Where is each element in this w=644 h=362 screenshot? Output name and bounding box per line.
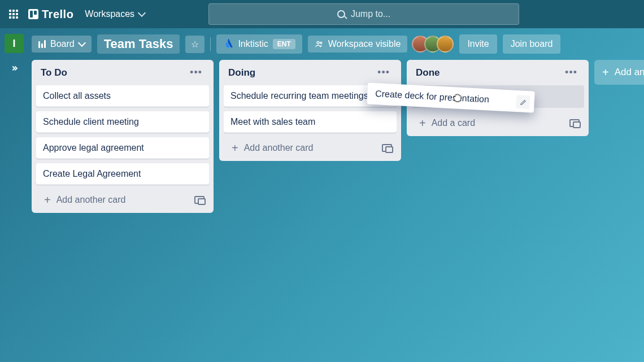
list-title[interactable]: To Do [41, 67, 67, 78]
expand-sidebar-button[interactable] [7, 61, 21, 76]
join-board-button[interactable]: Join board [503, 34, 561, 54]
card[interactable]: Schedule client meeting [36, 111, 209, 133]
card[interactable]: Approve legal agreement [36, 137, 209, 159]
chevron-down-icon [78, 39, 86, 47]
add-card-button[interactable]: + Add another card [228, 141, 316, 155]
workspaces-menu[interactable]: Workspaces [79, 6, 150, 23]
people-icon [315, 40, 324, 49]
search-placeholder: Jump to... [351, 9, 390, 19]
list-title[interactable]: Doing [228, 67, 255, 78]
pencil-icon [516, 95, 530, 109]
plus-icon: + [602, 68, 609, 76]
board-members[interactable] [416, 36, 454, 53]
trello-logo-text: Trello [42, 8, 73, 21]
visibility-button[interactable]: Workspace visible [308, 36, 408, 53]
apps-switcher-button[interactable] [5, 5, 23, 23]
workspaces-label: Workspaces [85, 9, 134, 19]
board-view-switcher[interactable]: Board [32, 36, 92, 53]
invite-button[interactable]: Invite [459, 34, 497, 54]
plus-icon: + [44, 196, 51, 204]
dragging-card-text: Create deck for presentation [375, 89, 490, 104]
chevron-down-icon [138, 9, 146, 17]
board-header: Board Team Tasks ☆ Inktistic ENT Workspa… [28, 28, 644, 60]
card-template-button[interactable] [569, 119, 580, 127]
board-view-label: Board [50, 39, 75, 49]
list-menu-button[interactable]: ••• [563, 66, 580, 80]
card[interactable]: Meet with sales team [224, 111, 397, 133]
global-header: Trello Workspaces Jump to... [0, 0, 644, 28]
atlassian-icon [223, 38, 233, 50]
member-avatar[interactable] [437, 36, 454, 53]
org-name: Inktistic [238, 39, 268, 49]
visibility-label: Workspace visible [328, 39, 401, 49]
org-badge: ENT [273, 39, 295, 49]
plus-icon: + [232, 144, 238, 152]
apps-grid-icon [9, 10, 18, 19]
svg-point-0 [317, 41, 319, 43]
card[interactable]: Create Legal Agreement [36, 163, 209, 185]
list-todo: To Do ••• Collect all assets Schedule cl… [32, 60, 214, 213]
add-list-button[interactable]: + Add another list [594, 60, 644, 85]
board-view-icon [38, 40, 46, 48]
card[interactable]: Collect all assets [36, 85, 209, 107]
workspace-avatar[interactable]: I [5, 34, 24, 53]
add-list-label: Add another list [615, 67, 644, 78]
add-card-button[interactable]: + Add a card [416, 116, 478, 130]
svg-point-1 [320, 42, 322, 44]
board-name[interactable]: Team Tasks [97, 34, 180, 54]
global-search[interactable]: Jump to... [208, 3, 519, 25]
list-menu-button[interactable]: ••• [375, 66, 392, 80]
star-icon: ☆ [191, 39, 199, 50]
chevron-double-right-icon [11, 67, 17, 70]
trello-logo-icon [28, 9, 38, 19]
card-template-button[interactable] [382, 144, 392, 152]
add-card-label: Add another card [244, 143, 314, 153]
add-card-label: Add another card [56, 195, 126, 205]
org-button[interactable]: Inktistic ENT [216, 34, 302, 54]
add-card-button[interactable]: + Add another card [41, 193, 129, 207]
card-template-button[interactable] [194, 196, 204, 204]
workspace-initial: I [12, 38, 15, 50]
plus-icon: + [419, 119, 426, 127]
board-lists: To Do ••• Collect all assets Schedule cl… [28, 60, 644, 362]
list-menu-button[interactable]: ••• [188, 66, 204, 80]
workspace-sidebar-collapsed: I [0, 28, 28, 362]
add-card-label: Add a card [432, 118, 475, 128]
list-title[interactable]: Done [416, 67, 440, 78]
star-board-button[interactable]: ☆ [185, 36, 204, 53]
trello-logo[interactable]: Trello [28, 8, 73, 21]
search-icon [337, 10, 345, 18]
list-doing: Doing ••• Schedule recurring team meetin… [219, 60, 401, 161]
divider [210, 37, 211, 51]
